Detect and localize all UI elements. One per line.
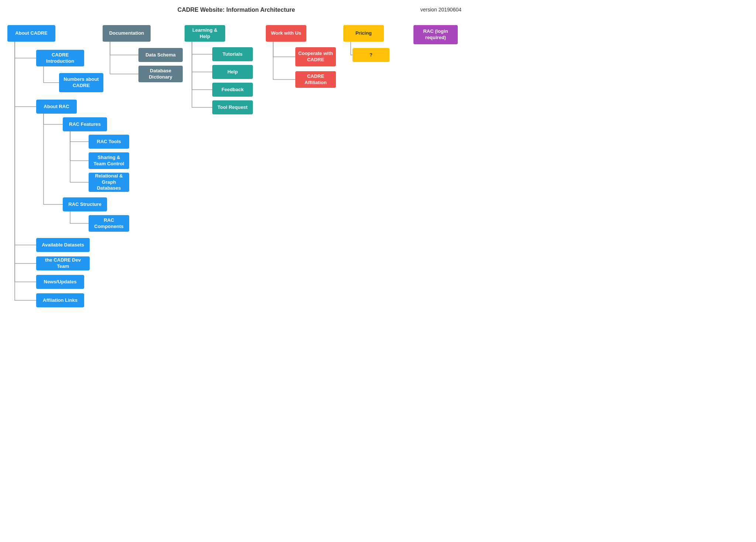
connector-rac_features-rac_tools (70, 131, 89, 142)
node-label-available_datasets: Available Datasets (42, 242, 84, 248)
node-data_schema[interactable]: Data Schema (138, 48, 183, 62)
connector-about_cadre-available_datasets (15, 42, 36, 245)
node-rac_components[interactable]: RAC Components (89, 215, 129, 232)
node-label-pricing: Pricing (355, 30, 372, 37)
connector-work_with_us-cooperate_cadre (273, 42, 295, 57)
node-tool_request[interactable]: Tool Request (212, 100, 253, 114)
node-label-learning_help: Learning & Help (188, 27, 222, 40)
node-label-affliation_links: Affliation Links (43, 297, 78, 304)
node-news_updates[interactable]: News/Updates (36, 275, 84, 289)
node-rac_structure[interactable]: RAC Structure (63, 197, 107, 211)
node-label-cadre_intro: CADRE Introduction (39, 52, 81, 65)
node-label-cadre_dev_team: the CADRE Dev Team (39, 257, 87, 270)
connector-documentation-data_schema (110, 42, 138, 55)
node-documentation[interactable]: Documentation (103, 25, 151, 42)
node-label-work_with_us: Work with Us (271, 30, 301, 37)
node-cooperate_cadre[interactable]: Cooperate with CADRE (295, 47, 336, 66)
node-numbers_cadre[interactable]: Numbers about CADRE (59, 73, 103, 92)
connector-about_cadre-affliation_links (15, 42, 36, 300)
connector-about_cadre-news_updates (15, 42, 36, 282)
connector-about_rac-rac_features (44, 114, 63, 124)
node-sharing_team[interactable]: Sharing & Team Control (89, 152, 129, 169)
page-title: CADRE Website: Information Architecture (178, 7, 295, 13)
node-label-news_updates: News/Updates (44, 279, 77, 285)
connector-work_with_us-cadre_affiliation (273, 42, 295, 80)
node-label-data_schema: Data Schema (145, 52, 176, 58)
node-label-numbers_cadre: Numbers about CADRE (62, 76, 100, 89)
connector-about_cadre-cadre_intro (15, 42, 36, 58)
connector-cadre_intro-numbers_cadre (44, 66, 59, 83)
node-rac_login[interactable]: RAC (login required) (413, 25, 458, 44)
connector-rac_structure-rac_components (70, 211, 89, 224)
connector-about_rac-rac_structure (44, 114, 63, 204)
node-learning_help[interactable]: Learning & Help (185, 25, 225, 42)
connector-learning_help-tutorials (192, 42, 212, 54)
connector-about_cadre-about_rac (15, 42, 36, 107)
node-label-pricing_q: ? (370, 52, 372, 58)
node-pricing_q[interactable]: ? (353, 48, 389, 62)
node-label-rac_login: RAC (login required) (416, 28, 455, 41)
node-available_datasets[interactable]: Available Datasets (36, 238, 90, 252)
node-label-rac_components: RAC Components (92, 217, 126, 230)
node-label-feedback: Feedback (221, 87, 244, 93)
node-cadre_intro[interactable]: CADRE Introduction (36, 50, 84, 66)
node-label-cooperate_cadre: Cooperate with CADRE (298, 51, 333, 63)
node-tutorials[interactable]: Tutorials (212, 47, 253, 61)
node-label-tool_request: Tool Request (217, 104, 247, 111)
node-label-cadre_affiliation: CADRE Affiliation (298, 73, 333, 86)
connector-learning_help-help (192, 42, 212, 72)
node-label-database_dictionary: Database Dictionary (141, 68, 180, 80)
node-feedback[interactable]: Feedback (212, 83, 253, 97)
node-label-relational_graph: Relational & Graph Databases (92, 173, 126, 192)
node-label-about_cadre: About CADRE (15, 30, 47, 37)
node-help[interactable]: Help (212, 65, 253, 79)
node-cadre_affiliation[interactable]: CADRE Affiliation (295, 71, 336, 88)
node-pricing[interactable]: Pricing (343, 25, 384, 42)
node-affliation_links[interactable]: Affliation Links (36, 293, 84, 307)
node-database_dictionary[interactable]: Database Dictionary (138, 66, 183, 82)
node-work_with_us[interactable]: Work with Us (266, 25, 306, 42)
connector-learning_help-feedback (192, 42, 212, 90)
node-about_cadre[interactable]: About CADRE (7, 25, 55, 42)
node-label-documentation: Documentation (109, 30, 144, 37)
node-about_rac[interactable]: About RAC (36, 100, 77, 114)
connector-rac_features-sharing_team (70, 131, 89, 161)
node-label-help: Help (227, 69, 238, 75)
node-rac_tools[interactable]: RAC Tools (89, 135, 129, 149)
node-cadre_dev_team[interactable]: the CADRE Dev Team (36, 256, 90, 270)
node-label-rac_structure: RAC Structure (68, 201, 102, 208)
connector-rac_features-relational_graph (70, 131, 89, 182)
node-label-rac_tools: RAC Tools (97, 139, 121, 145)
node-label-sharing_team: Sharing & Team Control (92, 155, 126, 167)
node-label-tutorials: Tutorials (223, 51, 243, 58)
page-version: version 20190604 (420, 7, 461, 13)
node-label-about_rac: About RAC (44, 104, 69, 110)
node-label-rac_features: RAC Features (69, 121, 101, 128)
node-rac_features[interactable]: RAC Features (63, 117, 107, 131)
connector-documentation-database_dictionary (110, 42, 138, 74)
node-relational_graph[interactable]: Relational & Graph Databases (89, 173, 129, 192)
connector-learning_help-tool_request (192, 42, 212, 107)
connector-about_cadre-cadre_dev_team (15, 42, 36, 263)
